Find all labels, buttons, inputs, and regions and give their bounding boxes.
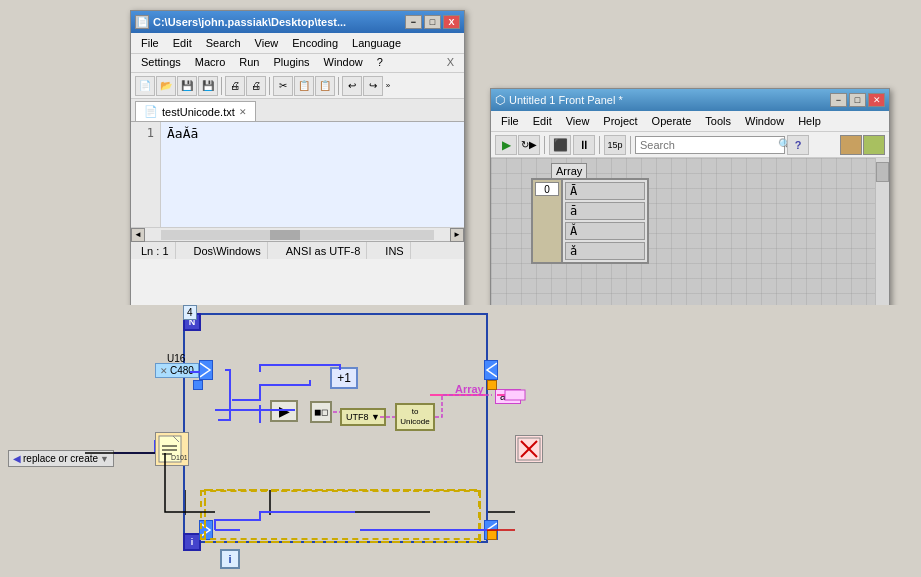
- scroll-left[interactable]: ◄: [131, 228, 145, 242]
- menu-search[interactable]: Search: [200, 35, 247, 51]
- lv-menu-window[interactable]: Window: [739, 113, 790, 129]
- lv-maximize[interactable]: □: [849, 93, 866, 107]
- increment-node[interactable]: +1: [330, 367, 358, 389]
- menu-language[interactable]: Language: [346, 35, 407, 51]
- menu-file[interactable]: File: [135, 35, 165, 51]
- lv-titlebar: ⬡ Untitled 1 Front Panel * − □ ✕: [491, 89, 889, 111]
- lv-menu-tools[interactable]: Tools: [699, 113, 737, 129]
- info-box[interactable]: i: [220, 549, 240, 569]
- to-unicode-node[interactable]: toUnicode: [395, 403, 435, 431]
- notepad-window: 📄 C:\Users\john.passiak\Desktop\test... …: [130, 10, 465, 310]
- notepad-statusbar: Ln : 1 Dos\Windows ANSI as UTF-8 INS: [131, 241, 464, 259]
- lv-help-btn[interactable]: ?: [787, 135, 809, 155]
- menu-macro[interactable]: Macro: [189, 54, 232, 70]
- h-scrollbar[interactable]: ◄ ►: [131, 227, 464, 241]
- toolbar-save-all[interactable]: 💾: [198, 76, 218, 96]
- toolbar-sep: [544, 136, 545, 154]
- lv-search-input[interactable]: [640, 139, 778, 151]
- file-write-node[interactable]: D101: [155, 432, 189, 466]
- lv-minimize[interactable]: −: [830, 93, 847, 107]
- lv-menu-edit[interactable]: Edit: [527, 113, 558, 129]
- tunnel-out-top: [487, 380, 497, 390]
- notepad-close-x[interactable]: X: [441, 54, 460, 70]
- notepad-maximize-btn[interactable]: □: [424, 15, 441, 29]
- toolbar-save[interactable]: 💾: [177, 76, 197, 96]
- notepad-tab-bar: 📄 testUnicode.txt ✕: [131, 99, 464, 122]
- toolbar-new[interactable]: 📄: [135, 76, 155, 96]
- menu-view[interactable]: View: [249, 35, 285, 51]
- array-elem-0[interactable]: Ā: [565, 182, 645, 200]
- toolbar-undo[interactable]: ↩: [342, 76, 362, 96]
- abort-btn[interactable]: ⬛: [549, 135, 571, 155]
- lv-close[interactable]: ✕: [868, 93, 885, 107]
- toolbar-more[interactable]: »: [384, 76, 392, 96]
- menu-edit[interactable]: Edit: [167, 35, 198, 51]
- lv-icon-2[interactable]: [863, 135, 885, 155]
- concat-node[interactable]: ◼◻: [310, 401, 332, 423]
- lv-icon-1[interactable]: [840, 135, 862, 155]
- shift-reg-left-top[interactable]: [199, 360, 213, 380]
- menu-help[interactable]: ?: [371, 54, 389, 70]
- array-elem-2[interactable]: Ǎ: [565, 222, 645, 240]
- lv-vscroll[interactable]: [875, 158, 889, 307]
- block-diagram-area: N 4 i U16 ✕ C480 +1 ▶ ◼◻ UTF8 ▼: [0, 305, 921, 577]
- lv-panel-grid[interactable]: Array 0 Ā ā Ǎ ǎ: [491, 158, 889, 321]
- notepad-close-btn[interactable]: X: [443, 15, 460, 29]
- lv-app-icon: ⬡: [495, 93, 505, 107]
- menu-encoding[interactable]: Encoding: [286, 35, 344, 51]
- pause-btn[interactable]: ⏸: [573, 135, 595, 155]
- tab-test-unicode[interactable]: 📄 testUnicode.txt ✕: [135, 101, 256, 121]
- utf8-node[interactable]: UTF8 ▼: [340, 408, 386, 426]
- notepad-title: C:\Users\john.passiak\Desktop\test...: [153, 16, 405, 28]
- notepad-app-icon: 📄: [135, 15, 149, 29]
- notepad-window-controls: − □ X: [405, 15, 460, 29]
- replace-or-create-btn[interactable]: ◀ replace or create ▼: [8, 450, 114, 467]
- menu-settings[interactable]: Settings: [135, 54, 187, 70]
- close-file-node[interactable]: [515, 435, 543, 463]
- toolbar-print[interactable]: 🖨: [225, 76, 245, 96]
- scroll-right[interactable]: ►: [450, 228, 464, 242]
- step-into-btn[interactable]: 15p: [604, 135, 626, 155]
- menu-run[interactable]: Run: [233, 54, 265, 70]
- notepad-minimize-btn[interactable]: −: [405, 15, 422, 29]
- run-btn[interactable]: ▶: [495, 135, 517, 155]
- menu-window[interactable]: Window: [318, 54, 369, 70]
- toolbar-sep2: [599, 136, 600, 154]
- notepad-menubar: File Edit Search View Encoding Language: [131, 33, 464, 54]
- editor-text-line1: ĀaǍā: [167, 126, 198, 141]
- filter-node[interactable]: ▶: [270, 400, 298, 422]
- shift-reg-right-top[interactable]: [484, 360, 498, 380]
- scroll-thumb[interactable]: [270, 230, 300, 240]
- replace-dropdown-icon: ▼: [100, 454, 109, 464]
- scroll-track[interactable]: [161, 230, 434, 240]
- lv-menu-file[interactable]: File: [495, 113, 525, 129]
- abc-indicator: abc: [495, 389, 521, 404]
- array-index-value: 0: [535, 182, 559, 196]
- lv-panel-body: Array 0 Ā ā Ǎ ǎ: [491, 158, 889, 321]
- editor-area: 1 ĀaǍā: [131, 122, 464, 227]
- toolbar-paste[interactable]: 📋: [315, 76, 335, 96]
- toolbar-print2[interactable]: 🖨: [246, 76, 266, 96]
- array-elements: Ā ā Ǎ ǎ: [563, 180, 647, 262]
- array-elem-1[interactable]: ā: [565, 202, 645, 220]
- toolbar-copy[interactable]: 📋: [294, 76, 314, 96]
- c480-const[interactable]: ✕ C480: [155, 363, 199, 378]
- lv-window-controls: − □ ✕: [830, 93, 885, 107]
- toolbar-cut[interactable]: ✂: [273, 76, 293, 96]
- run-continuously-btn[interactable]: ↻▶: [518, 135, 540, 155]
- lv-menu-project[interactable]: Project: [597, 113, 643, 129]
- lv-menu-operate[interactable]: Operate: [646, 113, 698, 129]
- toolbar-redo[interactable]: ↪: [363, 76, 383, 96]
- array-wire-label: Array: [455, 383, 484, 395]
- lv-array-control[interactable]: 0 Ā ā Ǎ ǎ: [531, 178, 649, 264]
- array-index[interactable]: 0: [533, 180, 563, 262]
- vscroll-thumb[interactable]: [876, 162, 889, 182]
- lv-search-box[interactable]: 🔍: [635, 136, 785, 154]
- toolbar-open[interactable]: 📂: [156, 76, 176, 96]
- tab-close-btn[interactable]: ✕: [239, 107, 247, 117]
- lv-menu-help[interactable]: Help: [792, 113, 827, 129]
- lv-menu-view[interactable]: View: [560, 113, 596, 129]
- array-elem-3[interactable]: ǎ: [565, 242, 645, 260]
- editor-content[interactable]: ĀaǍā: [161, 122, 464, 227]
- menu-plugins[interactable]: Plugins: [268, 54, 316, 70]
